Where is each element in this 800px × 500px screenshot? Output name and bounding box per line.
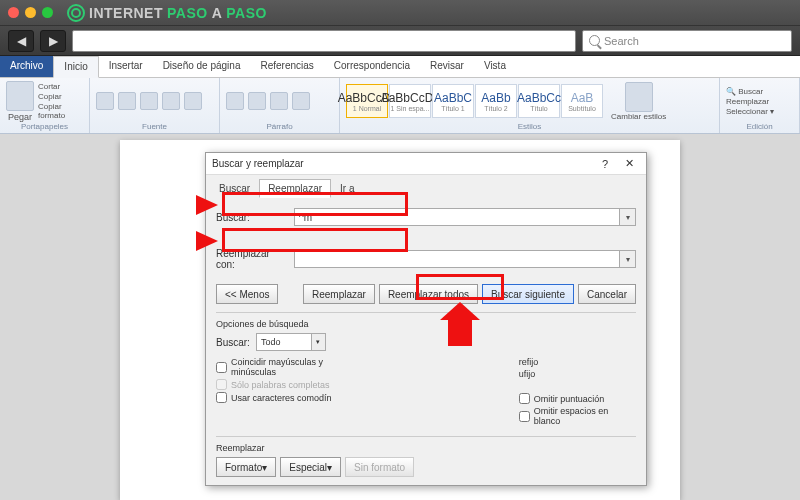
find-next-button[interactable]: Buscar siguiente	[482, 284, 574, 304]
style-name: Título 2	[484, 105, 507, 112]
dialog-footer: Reemplazar Formato ▾ Especial ▾ Sin form…	[216, 436, 636, 479]
search-options: Opciones de búsqueda Buscar: Todo▾ Coinc…	[216, 312, 636, 479]
numbering-icon[interactable]	[248, 92, 266, 110]
copy-button[interactable]: Copiar	[38, 92, 83, 101]
spacing-icon[interactable]	[292, 92, 310, 110]
ribbon: Pegar Cortar Copiar Copiar formato Porta…	[0, 78, 800, 134]
dialog-body: Buscar: ^m▾ Reemplazar con: ▾ << Menos R…	[206, 198, 646, 485]
format-button[interactable]: Formato ▾	[216, 457, 276, 477]
style-sample: AaBb	[481, 91, 510, 105]
tab-references[interactable]: Referencias	[250, 56, 323, 77]
replace-one-button[interactable]: Reemplazar	[303, 284, 375, 304]
dialog-tab-goto[interactable]: Ir a	[331, 179, 363, 198]
change-styles-icon[interactable]	[625, 82, 653, 112]
style-name: 1 Sin espa...	[391, 105, 430, 112]
paste-icon[interactable]	[6, 81, 34, 111]
find-button[interactable]: 🔍 Buscar	[726, 87, 774, 96]
no-format-button: Sin formato	[345, 457, 414, 477]
group-styles: AaBbCcDc1 Normal AaBbCcDc1 Sin espa... A…	[340, 78, 720, 133]
brand-text-1: INTERNET	[89, 5, 163, 21]
group-styles-label: Estilos	[346, 122, 713, 131]
tab-home[interactable]: Inicio	[53, 56, 98, 78]
url-input[interactable]	[72, 30, 576, 52]
align-icon[interactable]	[270, 92, 288, 110]
search-dir-value: Todo	[261, 337, 281, 347]
less-button[interactable]: << Menos	[216, 284, 278, 304]
style-sample: AaBbCc	[517, 91, 561, 105]
font-icon[interactable]	[96, 92, 114, 110]
format-painter-button[interactable]: Copiar formato	[38, 102, 83, 120]
dialog-tabs: Buscar Reemplazar Ir a	[206, 175, 646, 198]
color-icon[interactable]	[184, 92, 202, 110]
group-clipboard: Pegar Cortar Copiar Copiar formato Porta…	[0, 78, 90, 133]
wildcards-checkbox[interactable]: Usar caracteres comodín	[216, 392, 369, 403]
style-sample: AaB	[571, 91, 594, 105]
replace-input[interactable]: ▾	[294, 250, 636, 268]
style-sample: AaBbC	[434, 91, 472, 105]
dialog-tab-replace[interactable]: Reemplazar	[259, 179, 331, 198]
forward-button[interactable]: ▶	[40, 30, 66, 52]
ignore-punct-checkbox[interactable]: Omitir puntuación	[519, 393, 636, 404]
italic-icon[interactable]	[140, 92, 158, 110]
cancel-button[interactable]: Cancelar	[578, 284, 636, 304]
replace-button[interactable]: Reemplazar	[726, 97, 774, 106]
search-direction-select[interactable]: Todo▾	[256, 333, 326, 351]
tab-review[interactable]: Revisar	[420, 56, 474, 77]
style-name: 1 Normal	[353, 105, 381, 112]
style-sample: AaBbCcDc	[381, 91, 440, 105]
special-button[interactable]: Especial ▾	[280, 457, 341, 477]
styles-gallery[interactable]: AaBbCcDc1 Normal AaBbCcDc1 Sin espa... A…	[346, 84, 603, 118]
minimize-window-icon[interactable]	[25, 7, 36, 18]
browser-toolbar: ◀ ▶ Search	[0, 26, 800, 56]
dialog-tab-find[interactable]: Buscar	[210, 179, 259, 198]
close-button[interactable]: ✕	[618, 155, 640, 173]
change-styles-label: Cambiar estilos	[611, 112, 666, 121]
back-button[interactable]: ◀	[8, 30, 34, 52]
group-editing: 🔍 Buscar Reemplazar Seleccionar ▾ Edició…	[720, 78, 800, 133]
bullets-icon[interactable]	[226, 92, 244, 110]
paste-label: Pegar	[8, 112, 32, 122]
replace-all-button[interactable]: Reemplazar todos	[379, 284, 478, 304]
brand-text-3: A	[212, 5, 223, 21]
brand-logo-icon	[67, 4, 85, 22]
find-value: ^m	[299, 212, 312, 223]
dialog-title: Buscar y reemplazar	[212, 158, 304, 169]
chevron-down-icon[interactable]: ▾	[619, 209, 635, 225]
tab-mail[interactable]: Correspondencia	[324, 56, 420, 77]
prefix-checkbox[interactable]: refijo	[519, 357, 636, 367]
underline-icon[interactable]	[162, 92, 180, 110]
group-font: Fuente	[90, 78, 220, 133]
style-name: Título 1	[441, 105, 464, 112]
style-name: Título	[530, 105, 548, 112]
browser-titlebar: INTERNETPASOAPASO	[0, 0, 800, 26]
bold-icon[interactable]	[118, 92, 136, 110]
help-button[interactable]: ?	[594, 155, 616, 173]
chevron-down-icon[interactable]: ▾	[311, 334, 325, 350]
ignore-space-checkbox[interactable]: Omitir espacios en blanco	[519, 406, 636, 426]
style-name: Subtítulo	[568, 105, 596, 112]
site-brand: INTERNETPASOAPASO	[67, 4, 267, 22]
close-window-icon[interactable]	[8, 7, 19, 18]
find-replace-dialog: Buscar y reemplazar ? ✕ Buscar Reemplaza…	[205, 152, 647, 486]
chevron-down-icon[interactable]: ▾	[619, 251, 635, 267]
ribbon-tabs: Archivo Inicio Insertar Diseño de página…	[0, 56, 800, 78]
search-input[interactable]: Search	[582, 30, 792, 52]
replace-label: Reemplazar con:	[216, 248, 286, 270]
maximize-window-icon[interactable]	[42, 7, 53, 18]
group-paragraph-label: Párrafo	[226, 122, 333, 131]
cut-button[interactable]: Cortar	[38, 82, 83, 91]
group-font-label: Fuente	[96, 122, 213, 131]
options-title: Opciones de búsqueda	[216, 319, 636, 329]
group-paragraph: Párrafo	[220, 78, 340, 133]
tab-view[interactable]: Vista	[474, 56, 516, 77]
suffix-checkbox[interactable]: ufijo	[519, 369, 636, 379]
dialog-titlebar[interactable]: Buscar y reemplazar ? ✕	[206, 153, 646, 175]
match-case-checkbox[interactable]: Coincidir mayúsculas y minúsculas	[216, 357, 369, 377]
tab-layout[interactable]: Diseño de página	[153, 56, 251, 77]
search-dir-label: Buscar:	[216, 337, 250, 348]
tab-insert[interactable]: Insertar	[99, 56, 153, 77]
group-editing-label: Edición	[726, 122, 793, 131]
select-button[interactable]: Seleccionar ▾	[726, 107, 774, 116]
find-input[interactable]: ^m▾	[294, 208, 636, 226]
tab-file[interactable]: Archivo	[0, 56, 53, 77]
